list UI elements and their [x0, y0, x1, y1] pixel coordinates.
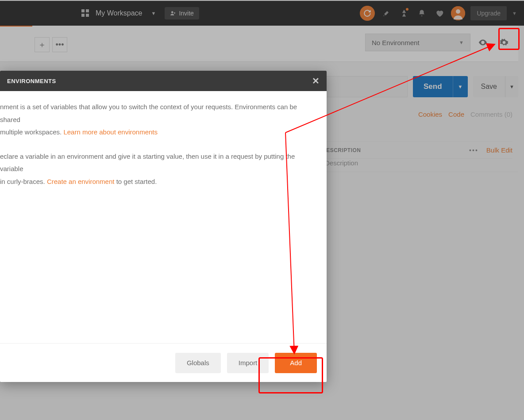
modal-header: ENVIRONMENTS ✕ — [0, 71, 327, 91]
modal-paragraph-1a: nment is a set of variables that allow y… — [0, 103, 297, 123]
modal-footer: Globals Import Add — [0, 343, 327, 382]
modal-paragraph-2c: to get started. — [114, 178, 157, 185]
modal-title: ENVIRONMENTS — [7, 78, 56, 84]
manage-environments-modal: ENVIRONMENTS ✕ nment is a set of variabl… — [0, 71, 327, 382]
learn-more-link[interactable]: Learn more about environments — [63, 128, 158, 136]
close-icon[interactable]: ✕ — [312, 76, 320, 86]
modal-paragraph-2b: in curly-braces. — [0, 178, 47, 185]
import-button[interactable]: Import — [227, 353, 269, 373]
modal-paragraph-1b: multiple workspaces. — [0, 128, 63, 136]
modal-body: nment is a set of variables that allow y… — [0, 91, 327, 343]
create-environment-link[interactable]: Create an environment — [47, 178, 115, 185]
modal-paragraph-2a: eclare a variable in an environment and … — [0, 153, 295, 173]
add-button[interactable]: Add — [275, 353, 317, 373]
globals-button[interactable]: Globals — [175, 353, 221, 373]
